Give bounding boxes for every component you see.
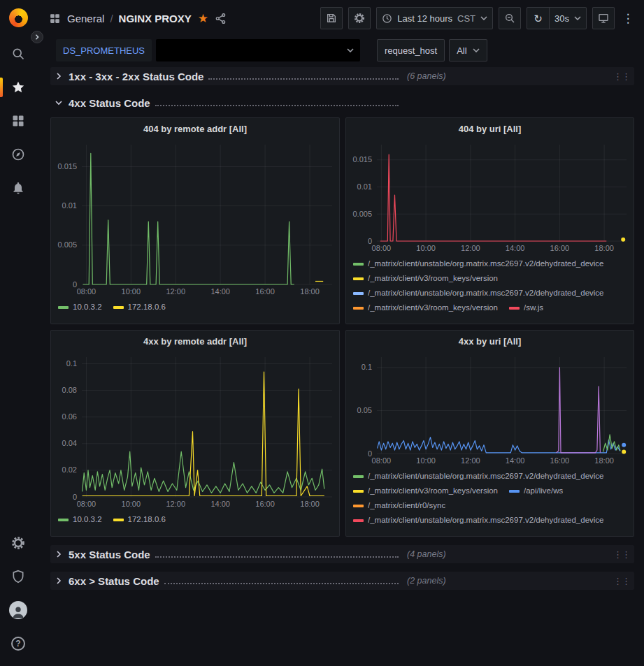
row-dots-leader: [164, 583, 399, 584]
row-drag-handle[interactable]: ⋮⋮: [613, 549, 630, 560]
legend-item[interactable]: 172.18.0.6: [113, 512, 166, 527]
legend-label: /_matrix/client/unstable/org.matrix.msc2…: [368, 256, 604, 271]
clock-icon: [382, 13, 392, 24]
request-host-select[interactable]: All: [449, 39, 487, 61]
panel-legend: /_matrix/client/unstable/org.matrix.msc2…: [346, 468, 634, 536]
sidebar-expand-button[interactable]: [31, 31, 43, 43]
legend-item[interactable]: /_matrix/client/r0/sync: [353, 498, 445, 513]
time-series-chart[interactable]: 00.0050.010.01508:0010:0012:0014:0016:00…: [51, 139, 339, 298]
panel-legend: 10.0.3.2172.18.0.6: [51, 511, 339, 536]
svg-text:08:00: 08:00: [77, 500, 96, 508]
sidebar-item-explore[interactable]: [0, 138, 36, 171]
time-series-chart[interactable]: 00.0050.010.01508:0010:0012:0014:0016:00…: [346, 139, 634, 255]
apps-grid-icon[interactable]: [49, 13, 61, 24]
panel-title[interactable]: 4xx by remote addr [All]: [51, 331, 339, 352]
legend-item[interactable]: /_matrix/client/v3/room_keys/version: [353, 271, 498, 286]
sidebar-item-alerting[interactable]: [0, 171, 36, 205]
favorite-star-icon[interactable]: ★: [198, 13, 208, 24]
tv-mode-button[interactable]: [592, 7, 615, 29]
dashboard-variables-bar: DS_PROMETHEUS request_host All: [36, 36, 644, 64]
row-header-4xx[interactable]: 4xx Status Code: [50, 94, 634, 112]
legend-item[interactable]: /_matrix/client/unstable/org.matrix.msc2…: [353, 256, 604, 271]
request-host-variable-label[interactable]: request_host: [377, 39, 445, 61]
time-series-chart[interactable]: 00.020.040.060.080.108:0010:0012:0014:00…: [51, 352, 339, 511]
request-host-value: All: [457, 45, 466, 56]
chevron-down-icon: [55, 99, 63, 107]
row-header-6xx[interactable]: 6xx > Status Code (2 panels) ⋮⋮: [50, 572, 634, 590]
svg-text:0.01: 0.01: [357, 182, 372, 191]
row-header-1xx-3xx-2xx[interactable]: 1xx - 3xx - 2xx Status Code (6 panels) ⋮…: [50, 67, 634, 85]
legend-item[interactable]: /_matrix/client/unstable/org.matrix.msc2…: [353, 286, 604, 301]
breadcrumb-section[interactable]: General: [67, 13, 104, 24]
row-dots-leader: [208, 78, 399, 80]
svg-text:18:00: 18:00: [594, 456, 614, 465]
row-drag-handle[interactable]: ⋮⋮: [613, 71, 630, 82]
sidebar-item-configuration[interactable]: [0, 526, 36, 560]
row-dots-leader: [155, 105, 399, 106]
legend-label: /_matrix/client/unstable/org.matrix.msc2…: [368, 513, 604, 528]
legend-item[interactable]: /_matrix/client/unstable/org.matrix.msc2…: [353, 469, 604, 484]
datasource-select[interactable]: [156, 39, 360, 61]
more-options-kebab[interactable]: ⋮: [620, 7, 636, 29]
grafana-logo[interactable]: [9, 8, 28, 27]
datasource-variable-label[interactable]: DS_PROMETHEUS: [56, 39, 152, 61]
legend-color-dash: [353, 519, 364, 522]
svg-text:16:00: 16:00: [550, 456, 570, 465]
svg-text:12:00: 12:00: [166, 500, 185, 508]
sidebar-item-server-admin[interactable]: [0, 560, 36, 593]
save-dashboard-button[interactable]: [320, 7, 343, 29]
time-range-label: Last 12 hours: [397, 13, 452, 24]
legend-color-dash: [353, 263, 364, 266]
legend-item[interactable]: /_matrix/client/v3/room_keys/version: [353, 484, 498, 498]
legend-color-dash: [353, 475, 364, 478]
panel-title[interactable]: 404 by uri [All]: [346, 118, 634, 139]
legend-item[interactable]: /api/live/ws: [509, 484, 563, 498]
row-panel-count: (6 panels): [407, 71, 446, 81]
row-drag-handle[interactable]: ⋮⋮: [613, 576, 630, 586]
legend-label: 10.0.3.2: [73, 300, 102, 314]
dashboard-body: 1xx - 3xx - 2xx Status Code (6 panels) ⋮…: [50, 67, 634, 590]
sidebar-item-starred[interactable]: [0, 71, 36, 104]
svg-text:0.005: 0.005: [352, 210, 372, 218]
svg-text:0.06: 0.06: [62, 412, 77, 421]
sidebar-item-search[interactable]: [0, 37, 36, 71]
svg-text:14:00: 14:00: [210, 287, 230, 296]
sidebar-item-dashboards[interactable]: [0, 104, 36, 138]
svg-text:0.04: 0.04: [62, 439, 77, 447]
svg-text:0.015: 0.015: [352, 155, 372, 164]
zoom-out-button[interactable]: [499, 7, 521, 29]
legend-label: /sw.js: [524, 301, 543, 315]
dashboard-title[interactable]: NGINX PROXY: [119, 13, 192, 24]
breadcrumb: General / NGINX PROXY: [67, 13, 192, 24]
share-icon[interactable]: [215, 13, 227, 24]
sidebar: ?: [0, 0, 36, 666]
svg-text:16:00: 16:00: [550, 244, 570, 252]
refresh-interval-select[interactable]: 30s: [549, 7, 587, 29]
chevron-right-icon: [55, 577, 63, 585]
panel-legend: /_matrix/client/unstable/org.matrix.msc2…: [346, 255, 634, 324]
sidebar-item-profile[interactable]: [0, 593, 36, 627]
legend-label: 172.18.0.6: [128, 300, 166, 314]
time-series-chart[interactable]: 00.050.108:0010:0012:0014:0016:0018:00: [346, 352, 634, 468]
panel-title[interactable]: 4xx by uri [All]: [346, 331, 634, 352]
legend-item[interactable]: /sw.js: [509, 301, 543, 315]
gear-icon: [11, 536, 25, 550]
panel-title[interactable]: 404 by remote addr [All]: [51, 118, 339, 139]
svg-text:18:00: 18:00: [594, 244, 614, 252]
refresh-button[interactable]: ↻: [527, 7, 549, 29]
legend-item[interactable]: 10.0.3.2: [58, 300, 102, 314]
legend-item[interactable]: /_matrix/client/v3/room_keys/version: [353, 301, 498, 315]
legend-item[interactable]: 10.0.3.2: [58, 512, 102, 527]
legend-item[interactable]: 172.18.0.6: [113, 300, 166, 314]
sidebar-item-help[interactable]: ?: [0, 627, 36, 660]
time-range-picker[interactable]: Last 12 hours CST: [376, 7, 493, 29]
legend-item[interactable]: /_matrix/client/unstable/org.matrix.msc2…: [353, 513, 604, 528]
dashboard-settings-button[interactable]: [348, 7, 371, 29]
monitor-icon: [598, 13, 609, 24]
legend-color-dash: [113, 306, 124, 309]
row-dots-leader: [155, 556, 399, 558]
legend-color-dash: [58, 519, 69, 521]
breadcrumb-separator: /: [110, 13, 113, 24]
chevron-right-icon: [55, 72, 63, 80]
row-header-5xx[interactable]: 5xx Status Code (4 panels) ⋮⋮: [50, 545, 634, 563]
